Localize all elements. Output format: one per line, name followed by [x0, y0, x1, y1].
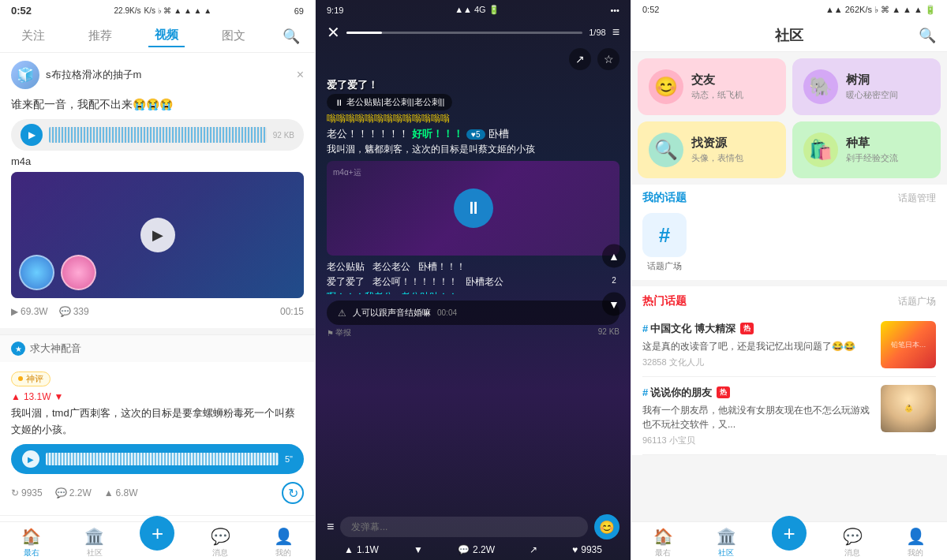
hot-item-1[interactable]: # 中国文化 博大精深 热 这是真的改读音了吧，还是我记忆出现问题了😂😂 328…	[642, 313, 936, 377]
right-header: 社区 🔍	[631, 20, 947, 52]
vid-comments[interactable]: 💬 2.2W	[458, 544, 495, 555]
post1-close-btn[interactable]: ×	[297, 68, 304, 82]
post1-audio-wave	[49, 127, 267, 143]
right-panel: 0:52 ▲▲ 262K/s ♭ ⌘ ▲ ▲ ▲ 🔋 社区 🔍 😊 交友 动态，…	[631, 0, 947, 560]
post1-audio-play[interactable]: ▶	[21, 124, 43, 146]
right-nav-message[interactable]: 💬 消息	[821, 527, 884, 558]
video-stats-row: ▲ 1.1W ▼ 💬 2.2W ↗ ♥ 9935	[327, 544, 619, 555]
tab-recommend[interactable]: 推荐	[82, 25, 118, 47]
post1-play-circle[interactable]: ▶	[140, 218, 175, 252]
right-status-bar: 0:52 ▲▲ 262K/s ♭ ⌘ ▲ ▲ ▲ 🔋	[631, 0, 947, 20]
side-count: 2	[602, 276, 626, 285]
card-grass[interactable]: 🛍️ 种草 剁手经验交流	[792, 121, 941, 178]
post-card-2: 神评 ▲ 13.1W ▼ 我叫涸，tmd广西刺客，这次的目标是要拿螺蛳粉毒死一个…	[0, 362, 315, 516]
danmu-line-5: 我叫涸，魑都刺客，这次的目标是叫蔡文姬的小孩	[327, 143, 619, 156]
video-progress-bar[interactable]	[346, 32, 582, 34]
card-resources[interactable]: 🔍 找资源 头像，表情包	[638, 121, 786, 178]
video-thumbnail[interactable]: ⏸ m4α+运	[327, 161, 619, 256]
right-add-icon[interactable]: +	[772, 516, 807, 551]
left-nav-home[interactable]: 🏠 最右	[0, 527, 63, 558]
danmu-control-badge[interactable]: ⏸ 老公贴贴|老公刺||老公刺||	[327, 94, 452, 110]
post1-comments: 💬 339	[59, 306, 89, 317]
hot-item-2[interactable]: # 说说你的朋友 热 我有一个朋友昂，他就没有女朋友现在也不怎么玩游戏也不玩社交…	[642, 377, 936, 455]
friendship-icon: 😊	[649, 69, 683, 104]
video-share-btn[interactable]: ↗	[569, 48, 591, 70]
right-home-icon: 🏠	[653, 527, 673, 546]
hot-topics-action[interactable]: 话题广场	[898, 295, 936, 308]
right-nav-add[interactable]: +	[758, 527, 821, 558]
hot-topics-title: 热门话题	[642, 294, 687, 308]
post1-duration: 00:15	[280, 306, 304, 317]
post2-stats: ↻ 9935 💬 2.2W ▲ 6.8W ↻	[11, 479, 304, 507]
char-blue	[19, 255, 54, 290]
left-nav-add[interactable]: +	[126, 527, 189, 558]
left-nav-message[interactable]: 💬 消息	[189, 527, 252, 558]
post1-username[interactable]: s布拉格滑冰的抽子m	[46, 68, 290, 82]
my-topics-action[interactable]: 话题管理	[898, 192, 936, 205]
menu-icon[interactable]: ≡	[327, 520, 334, 534]
community-icon: 🏛️	[84, 527, 104, 546]
right-network: ▲▲ 262K/s ♭ ⌘ ▲ ▲ ▲ 🔋	[825, 5, 936, 15]
right-nav-home[interactable]: 🏠 最右	[631, 527, 694, 558]
hot-badge-1: 热	[740, 323, 754, 334]
hash-icon-1: #	[642, 323, 648, 334]
send-btn[interactable]: 😊	[594, 514, 619, 539]
right-content: 😊 交友 动态，纸飞机 🐘 树洞 暖心秘密空间 🔍 找资源 头像，表情包	[631, 52, 947, 521]
side-down-btn[interactable]: ▼	[602, 293, 626, 316]
vid-share[interactable]: ↗	[530, 544, 537, 555]
tab-video[interactable]: 视频	[148, 24, 185, 47]
tab-graphic[interactable]: 图文	[215, 25, 252, 47]
hot-item-1-tag: # 中国文化 博大精深 热	[642, 322, 754, 336]
post2-user-tag: 神评	[11, 371, 51, 386]
grass-texts: 种草 剁手经验交流	[846, 136, 898, 164]
hash-icon-2: #	[642, 386, 648, 398]
audio-time: 00:04	[437, 308, 457, 317]
right-nav-community[interactable]: 🏛️ 社区	[694, 527, 758, 558]
post1-image[interactable]: ▶	[11, 172, 304, 298]
card-treehole[interactable]: 🐘 树洞 暖心秘密空间	[792, 58, 941, 115]
right-nav-profile[interactable]: 👤 我的	[884, 527, 947, 558]
danmu-line-7: 爱了爱了 老公呵！！！！！！ 卧槽老公	[327, 275, 619, 289]
post-card-1: 🧊 s布拉格滑冰的抽子m × 谁来配一音，我配不出来😭😭😭 ▶ 92 KB m4…	[0, 53, 315, 334]
vid-likes[interactable]: ♥ 9935	[572, 544, 602, 555]
right-title: 社区	[775, 26, 803, 45]
video-pause-btn[interactable]: ⏸	[454, 189, 493, 228]
danmu-line-1: 爱了爱了！	[327, 78, 619, 92]
card-friendship[interactable]: 😊 交友 动态，纸飞机	[638, 58, 786, 115]
hot-item-1-count: 32858 文化人儿	[642, 357, 873, 368]
video-close-btn[interactable]: ✕	[327, 23, 340, 42]
mid-more-dots[interactable]: •••	[610, 6, 619, 15]
message-icon: 💬	[211, 527, 230, 546]
refresh-icon[interactable]: ↻	[282, 482, 304, 504]
char-pink	[61, 255, 96, 290]
left-bottom-nav: 🏠 最右 🏛️ 社区 + 💬 消息 👤 我的	[0, 521, 315, 560]
add-icon[interactable]: +	[140, 516, 174, 551]
report-btn[interactable]: ⚑ 举报	[327, 327, 351, 338]
left-status-bar: 0:52 22.9K/s K/s ♭ ⌘ ▲ ▲ ▲ ▲ 69	[0, 0, 315, 21]
video-bookmark-btn[interactable]: ☆	[597, 48, 619, 70]
vid-upvote[interactable]: ▲ 1.1W	[344, 544, 379, 555]
left-nav-tabs: 关注 推荐 视频 图文 🔍	[0, 21, 315, 53]
left-nav-profile[interactable]: 👤 我的	[252, 527, 315, 558]
left-time: 0:52	[11, 5, 32, 17]
topic-plaza[interactable]: # 话题广场	[642, 213, 687, 272]
mid-time: 9:19	[327, 6, 343, 15]
post1-header: 🧊 s布拉格滑冰的抽子m ×	[11, 61, 304, 89]
video-top-controls: ✕ 1/98 ≡	[316, 20, 631, 45]
tab-follow[interactable]: 关注	[15, 25, 51, 47]
left-search-icon[interactable]: 🔍	[283, 28, 300, 45]
video-more-btn[interactable]: ≡	[612, 25, 619, 39]
left-nav-community[interactable]: 🏛️ 社区	[63, 527, 126, 558]
comment-input[interactable]	[340, 517, 588, 537]
right-search-icon[interactable]: 🔍	[919, 27, 936, 44]
post1-stats: ▶ 69.3W 💬 339 00:15	[11, 303, 304, 320]
vid-downvote[interactable]: ▼	[414, 544, 423, 555]
grass-sub: 剁手经验交流	[846, 152, 898, 164]
post1-chars	[19, 255, 96, 290]
post2-upvote-row: ▲ 13.1W ▼	[11, 391, 304, 402]
post2-audio-play[interactable]: ▶	[22, 450, 39, 468]
post1-audio-size: 92 KB	[273, 131, 294, 140]
mid-panel: 9:19 ▲▲ 4G 🔋 ••• ✕ 1/98 ≡ ↗ ☆ 爱了爱了！ ⏸ 老公…	[316, 0, 631, 560]
post1-avatar: 🧊	[11, 61, 39, 89]
side-up-btn[interactable]: ▲	[602, 245, 626, 268]
